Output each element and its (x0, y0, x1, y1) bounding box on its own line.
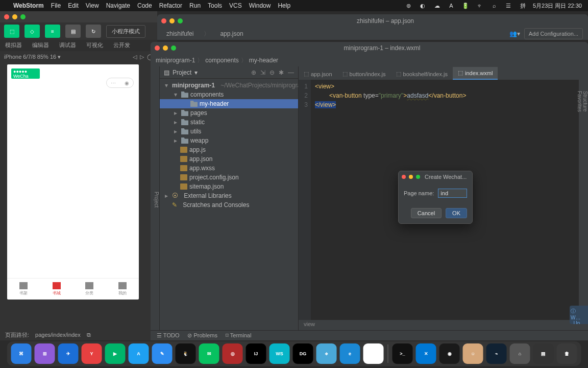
dock-app[interactable]: 🐧 (176, 343, 196, 364)
tray-icon[interactable]: ☁ (433, 2, 441, 10)
devtools-tab[interactable]: 可视化 (81, 40, 108, 51)
editor-tab[interactable]: ⬚bookshelf/index.js (391, 68, 453, 80)
spotlight-icon[interactable]: ⌕ (490, 2, 498, 10)
tree-folder[interactable]: pages (190, 109, 207, 117)
dock-app[interactable]: 🗑 (557, 343, 577, 364)
rail-favorites[interactable]: Favorites (577, 91, 582, 321)
devtools-tab[interactable]: 调试器 (54, 40, 81, 51)
simulator-screen[interactable]: ●●●●● WeCha adsfasd ⋯◉ 书架 书城 分类 我的 (7, 64, 139, 300)
dock-app[interactable]: Y (82, 343, 102, 364)
tray-icon[interactable]: ◐ (419, 2, 427, 10)
editor-tab[interactable]: ⬚app.json (299, 68, 337, 80)
dock-app[interactable]: ☺ (463, 343, 483, 364)
dock-app[interactable]: ▤ (533, 343, 554, 364)
menu-window[interactable]: Window (249, 2, 271, 9)
dock-app[interactable]: >_ (393, 343, 413, 364)
devtools-tab[interactable]: 编辑器 (27, 40, 54, 51)
clock[interactable]: 5月23日 周日 22:30 (533, 2, 582, 10)
tree-file[interactable]: app.js (189, 146, 206, 153)
menu-view[interactable]: View (86, 2, 99, 9)
toolbar-btn[interactable]: ↻ (86, 25, 101, 38)
locate-icon[interactable]: ⊕ (251, 69, 256, 76)
page-name-input[interactable] (438, 189, 467, 198)
dock-app[interactable]: A (129, 343, 149, 364)
tree-my-header[interactable]: my-header (200, 100, 229, 107)
project-tree[interactable]: ▾miniprogram-1 ~/WeChatProjects/miniprog… (160, 79, 298, 330)
back-icon[interactable]: ◁ (133, 54, 137, 60)
toolbar-btn[interactable]: ⬚ (4, 25, 19, 38)
toolbar-btn[interactable]: ▤ (65, 25, 81, 38)
expand-icon[interactable]: ⇲ (260, 69, 265, 76)
traffic-lights[interactable] (4, 14, 26, 19)
project-header[interactable]: ▤Project▾ ⊕⇲⊖✱— (160, 66, 298, 79)
tray-icon[interactable]: A (447, 2, 455, 10)
dock-app[interactable]: ✕ (416, 343, 436, 364)
crumb[interactable]: app.json (216, 29, 247, 39)
battery-icon[interactable]: 🔋 (461, 2, 470, 10)
notification-panel[interactable]: ⓘ W… Up (570, 306, 588, 324)
add-config-button[interactable]: Add Configuration... (524, 28, 583, 39)
tray-icon[interactable]: ⊚ (404, 2, 412, 10)
tabbar-item[interactable]: 书架 (7, 279, 40, 300)
dock-app[interactable]: DG (293, 343, 313, 364)
dock-app[interactable]: ✉ (199, 343, 219, 364)
cancel-button[interactable]: Cancel (411, 208, 442, 218)
tabbar-item[interactable]: 我的 (106, 279, 139, 300)
problems-tab[interactable]: ⊘ Problems (187, 332, 217, 339)
dock-app[interactable]: ⊞ (35, 343, 55, 364)
menu-vcs[interactable]: VCS (229, 2, 242, 9)
control-center-icon[interactable]: ☰ (504, 2, 512, 10)
tree-file[interactable]: app.json (189, 155, 212, 163)
tree-scratches[interactable]: Scratches and Consoles (183, 201, 249, 209)
dock-app[interactable]: ✎ (152, 343, 173, 364)
toolbar-btn[interactable]: ◇ (24, 25, 40, 38)
app-name[interactable]: WebStorm (13, 2, 44, 9)
rail-structure[interactable]: Structure (582, 91, 588, 321)
dock-app[interactable]: IJ (246, 343, 266, 364)
dock-app[interactable]: e (340, 343, 360, 364)
left-rail[interactable]: Project (151, 66, 160, 330)
crumb[interactable]: components (205, 57, 238, 64)
menu-refactor[interactable]: Refactor (159, 2, 182, 9)
dock-app[interactable]: ◎ (223, 343, 243, 364)
gear-icon[interactable]: ✱ (279, 69, 284, 76)
dock-app[interactable]: ◯ (363, 343, 384, 364)
dock-app[interactable]: ⎆ (316, 343, 337, 364)
capsule-button[interactable]: ⋯◉ (106, 78, 134, 88)
editor-tab-active[interactable]: ⬚index.wxml (453, 67, 498, 80)
menu-tools[interactable]: Tools (208, 2, 222, 9)
wifi-icon[interactable]: ᯤ (476, 2, 484, 10)
tabbar-item[interactable]: 分类 (73, 279, 106, 300)
device-selector[interactable]: iPhone 6/7/8 85% 16 ▾ ◁ ▷ ◯ (0, 51, 157, 62)
crumb[interactable]: zhishifufei (162, 29, 198, 39)
menu-help[interactable]: Help (278, 2, 290, 9)
mode-label[interactable]: 小程序模式 (106, 25, 145, 38)
tabbar-item[interactable]: 书城 (40, 279, 74, 300)
devtools-tab[interactable]: 云开发 (108, 40, 135, 51)
crumb[interactable]: my-header (249, 57, 278, 64)
menu-edit[interactable]: Edit (68, 2, 79, 9)
tree-ext-lib[interactable]: External Libraries (184, 192, 231, 199)
tree-folder[interactable]: weapp (190, 137, 208, 144)
tree-file[interactable]: app.wxss (189, 165, 215, 172)
editor-tab[interactable]: ⬚button/index.js (337, 68, 391, 80)
forw-icon[interactable]: ▷ (140, 54, 144, 60)
dock-app[interactable]: ⌂ (510, 343, 530, 364)
devtools-tab[interactable]: 模拟器 (0, 40, 27, 51)
todo-tab[interactable]: ☰ TODO (157, 332, 179, 339)
tree-folder[interactable]: components (190, 91, 224, 98)
tree-folder[interactable]: static (190, 119, 205, 126)
menu-code[interactable]: Code (137, 2, 152, 9)
crumb[interactable]: miniprogram-1 (156, 57, 195, 64)
tree-file[interactable]: project.config.json (189, 174, 239, 181)
dock-app[interactable]: ◉ (439, 343, 460, 364)
copy-icon[interactable]: ⧉ (87, 332, 91, 338)
dock-app[interactable]: ▶ (105, 343, 126, 364)
dock-app[interactable]: ⌘ (11, 343, 32, 364)
dock-app[interactable]: ⌁ (486, 343, 507, 364)
menu-run[interactable]: Run (189, 2, 201, 9)
tree-folder[interactable]: utils (190, 128, 201, 135)
input-icon[interactable]: 拼 (519, 2, 527, 10)
hide-icon[interactable]: — (288, 69, 294, 76)
tree-file[interactable]: sitemap.json (189, 183, 224, 190)
